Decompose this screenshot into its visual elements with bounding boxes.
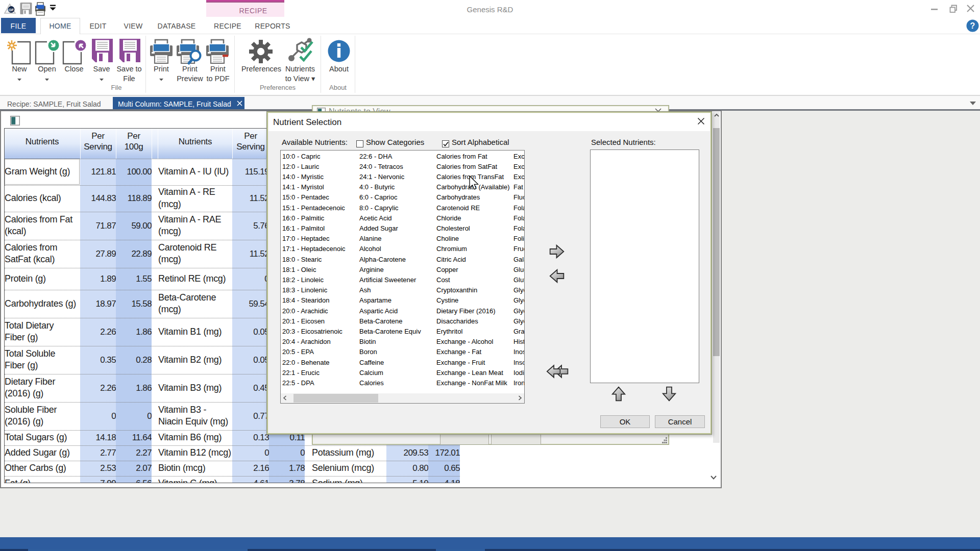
- svg-text:?: ?: [970, 21, 975, 30]
- svg-text:GF: GF: [9, 8, 14, 12]
